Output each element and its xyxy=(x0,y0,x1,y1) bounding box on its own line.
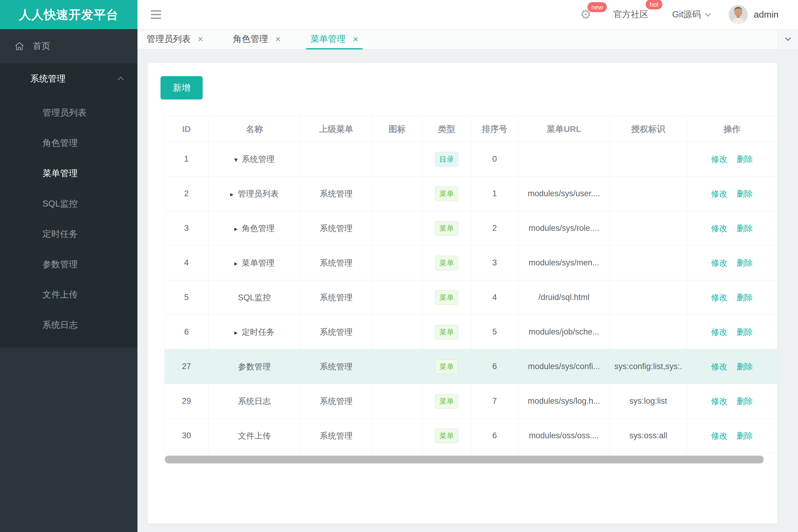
horizontal-scrollbar[interactable] xyxy=(164,455,777,464)
sidebar-item-4[interactable]: 定时任务 xyxy=(0,219,137,249)
delete-link[interactable]: 删除 xyxy=(737,397,753,406)
menu-name: 参数管理 xyxy=(238,362,271,371)
delete-link[interactable]: 删除 xyxy=(737,362,753,371)
type-badge: 菜单 xyxy=(435,359,458,374)
cell-id: 6 xyxy=(165,315,209,349)
type-badge: 目录 xyxy=(435,152,458,167)
cell-parent: 系统管理 xyxy=(300,176,372,211)
tab-menu-manage[interactable]: 菜单管理 × xyxy=(306,29,363,49)
sidebar-item-1[interactable]: 角色管理 xyxy=(0,128,137,158)
cell-order: 7 xyxy=(471,384,518,419)
cell-icon xyxy=(372,211,422,246)
cell-perm xyxy=(610,142,687,176)
delete-link[interactable]: 删除 xyxy=(737,224,753,233)
chevron-down-icon xyxy=(705,11,711,17)
edit-link[interactable]: 修改 xyxy=(711,155,728,164)
edit-link[interactable]: 修改 xyxy=(711,431,728,440)
cell-url: modules/sys/user.... xyxy=(518,176,610,211)
cell-url: modules/job/sche... xyxy=(518,315,610,349)
scrollbar-thumb[interactable] xyxy=(165,456,764,463)
cell-perm: sys:oss:all xyxy=(610,419,687,453)
expand-closed-icon[interactable]: ▸ xyxy=(230,190,233,198)
sidebar-item-2[interactable]: 菜单管理 xyxy=(0,158,137,189)
edit-link[interactable]: 修改 xyxy=(711,189,728,198)
edit-link[interactable]: 修改 xyxy=(711,259,728,267)
cell-perm xyxy=(610,315,687,349)
sidebar-item-6[interactable]: 文件上传 xyxy=(0,280,137,310)
cell-id: 4 xyxy=(165,246,209,280)
expand-closed-icon[interactable]: ▸ xyxy=(234,225,238,233)
cell-perm xyxy=(610,246,687,280)
tab-admin-list[interactable]: 管理员列表 × xyxy=(142,29,207,49)
settings-button[interactable]: ⚙ new xyxy=(580,8,592,21)
col-order: 排序号 xyxy=(471,116,518,142)
col-id: ID xyxy=(165,116,209,142)
edit-link[interactable]: 修改 xyxy=(711,397,728,406)
cell-order: 2 xyxy=(471,211,518,246)
tab-role-manage[interactable]: 角色管理 × xyxy=(229,29,285,49)
community-label: 官方社区 xyxy=(613,10,648,19)
menu-toggle-icon[interactable] xyxy=(151,10,161,19)
table-row: 27参数管理系统管理菜单6modules/sys/confi...sys:con… xyxy=(165,349,777,384)
top-header: 人人快速开发平台 ⚙ new 官方社区 hot Git源码 admin xyxy=(0,0,798,29)
sidebar-home-label: 首页 xyxy=(33,40,50,52)
sidebar-item-3[interactable]: SQL监控 xyxy=(0,189,137,219)
cell-type: 菜单 xyxy=(422,246,471,280)
cell-name: SQL监控 xyxy=(209,280,300,315)
cell-type: 菜单 xyxy=(422,211,471,246)
delete-link[interactable]: 删除 xyxy=(737,293,753,302)
expand-open-icon[interactable]: ▾ xyxy=(234,156,238,164)
git-source-link[interactable]: Git源码 xyxy=(672,8,710,21)
header-actions: ⚙ new 官方社区 hot Git源码 admin xyxy=(580,5,798,24)
delete-link[interactable]: 删除 xyxy=(737,327,753,337)
edit-link[interactable]: 修改 xyxy=(711,293,728,302)
cell-order: 1 xyxy=(471,176,518,211)
delete-link[interactable]: 删除 xyxy=(737,431,753,440)
cell-parent: 系统管理 xyxy=(300,211,372,246)
cell-order: 5 xyxy=(471,315,518,349)
cell-parent: 系统管理 xyxy=(300,315,372,349)
delete-link[interactable]: 删除 xyxy=(737,259,753,267)
add-button[interactable]: 新增 xyxy=(161,76,203,99)
sidebar-item-7[interactable]: 系统日志 xyxy=(0,310,137,340)
cell-name: 文件上传 xyxy=(209,419,300,453)
delete-link[interactable]: 删除 xyxy=(737,155,753,164)
community-link[interactable]: 官方社区 hot xyxy=(613,8,648,21)
avatar-image xyxy=(729,5,748,24)
cell-id: 2 xyxy=(165,176,209,211)
edit-link[interactable]: 修改 xyxy=(711,327,728,337)
cell-name: 参数管理 xyxy=(209,349,300,384)
sidebar-item-5[interactable]: 参数管理 xyxy=(0,249,137,280)
expand-closed-icon[interactable]: ▸ xyxy=(234,329,238,336)
sidebar-group-title[interactable]: 系统管理 xyxy=(0,63,137,95)
delete-link[interactable]: 删除 xyxy=(737,189,753,198)
tabs-collapse-button[interactable] xyxy=(777,29,798,49)
cell-icon xyxy=(372,384,422,419)
close-icon[interactable]: × xyxy=(276,35,281,44)
sidebar-group-items: 管理员列表角色管理菜单管理SQL监控定时任务参数管理文件上传系统日志 xyxy=(0,95,137,347)
edit-link[interactable]: 修改 xyxy=(711,362,728,371)
close-icon[interactable]: × xyxy=(353,35,358,44)
cell-perm xyxy=(610,176,687,211)
cell-icon xyxy=(372,142,422,176)
cell-ops: 修改删除 xyxy=(687,315,777,349)
cell-type: 菜单 xyxy=(422,419,471,453)
sidebar-item-0[interactable]: 管理员列表 xyxy=(0,98,137,128)
cell-type: 菜单 xyxy=(422,315,471,349)
sidebar-item-home[interactable]: 首页 xyxy=(0,29,137,63)
cell-type: 菜单 xyxy=(422,280,471,315)
close-icon[interactable]: × xyxy=(198,35,203,44)
expand-closed-icon[interactable]: ▸ xyxy=(234,260,238,267)
tab-bar: 管理员列表 × 角色管理 × 菜单管理 × xyxy=(137,29,798,50)
cell-url: modules/sys/role.... xyxy=(518,211,610,246)
edit-link[interactable]: 修改 xyxy=(711,224,728,233)
cell-icon xyxy=(372,315,422,349)
cell-icon xyxy=(372,176,422,211)
type-badge: 菜单 xyxy=(435,290,458,305)
cell-icon xyxy=(372,349,422,384)
username[interactable]: admin xyxy=(754,10,779,20)
table-row: 4▸菜单管理系统管理菜单3modules/sys/men...修改删除 xyxy=(165,246,777,280)
avatar[interactable] xyxy=(729,5,748,24)
cell-name: 系统日志 xyxy=(209,384,300,419)
menu-name: 文件上传 xyxy=(238,431,271,440)
